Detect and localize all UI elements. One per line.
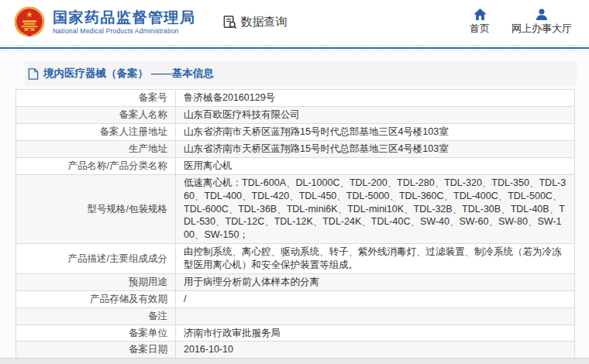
row-label: 备注	[16, 307, 176, 325]
row-value: 用于病理分析前人体样本的分离	[176, 273, 575, 290]
row-label: 预期用途	[16, 273, 176, 290]
breadcrumb-label: 境内医疗器械（备案） ——基本信息	[43, 67, 214, 81]
nmpa-logo[interactable]: 国家药品监督管理局 National Medical Products Admi…	[12, 5, 196, 39]
table-row: 备案日期 2016-10-10	[16, 342, 575, 358]
table-row: 备案号 鲁济械备20160129号	[16, 90, 575, 107]
row-value: 山东百欧医疗科技有限公司	[176, 107, 575, 124]
row-value: 济南市行政审批服务局	[176, 325, 575, 342]
nav-online-hall-label: 网上办事大厅	[512, 22, 572, 36]
table-row: 备案人注册地址 山东省济南市天桥区蓝翔路15号时代总部基地三区4号楼103室	[16, 124, 575, 141]
nav-online-hall[interactable]: 网上办事大厅	[512, 9, 572, 36]
record-info-table: 备案号 鲁济械备20160129号 备案人名称 山东百欧医疗科技有限公司 备案人…	[16, 89, 575, 358]
table-row: 型号规格/包装规格 低速离心机：TDL-600A、DL-1000C、TDL-20…	[16, 174, 575, 243]
table-row: 备注	[16, 307, 575, 325]
site-title-cn: 国家药品监督管理局	[53, 9, 196, 26]
site-title-en: National Medical Products Administration	[53, 27, 196, 35]
row-label: 生产地址	[16, 141, 176, 158]
user-icon	[536, 9, 548, 20]
table-row: 产品描述/主要组成成分 由控制系统、离心腔、驱动系统、转子、紫外线消毒灯、过滤装…	[16, 244, 575, 274]
nav-home-label: 首页	[470, 22, 490, 36]
breadcrumb: 境内医疗器械（备案） ——基本信息	[25, 61, 577, 86]
row-value: 山东省济南市天桥区蓝翔路15号时代总部基地三区4号楼103室	[176, 124, 575, 141]
row-label: 备案号	[16, 90, 176, 107]
national-emblem-icon	[12, 5, 46, 39]
row-value	[176, 307, 575, 325]
table-row: 产品名称/产品分类名称 医用离心机	[16, 157, 575, 174]
row-label: 备案日期	[16, 342, 176, 358]
header-nav: 首页 网上办事大厅	[470, 9, 578, 36]
table-row: 产品存储及有效期 /	[16, 290, 575, 307]
row-value: 医用离心机	[176, 157, 575, 174]
site-title: 国家药品监督管理局 National Medical Products Admi…	[53, 9, 196, 36]
table-row: 生产地址 山东省济南市天桥区蓝翔路15号时代总部基地三区4号楼103室	[16, 141, 575, 158]
row-value: 由控制系统、离心腔、驱动系统、转子、紫外线消毒灯、过滤装置、制冷系统（若为冷冻型…	[176, 244, 575, 274]
main-content: 境内医疗器械（备案） ——基本信息 备案号 鲁济械备20160129号 备案人名…	[0, 53, 589, 358]
nav-home[interactable]: 首页	[470, 9, 490, 36]
row-value: 鲁济械备20160129号	[176, 90, 575, 107]
row-label: 产品存储及有效期	[16, 290, 176, 307]
row-value: 山东省济南市天桥区蓝翔路15号时代总部基地三区4号楼103室	[176, 141, 575, 158]
home-icon	[474, 9, 487, 20]
header: 国家药品监督管理局 National Medical Products Admi…	[0, 0, 589, 44]
row-label: 产品描述/主要组成成分	[16, 244, 176, 274]
row-label: 备案人名称	[16, 107, 176, 124]
table-row: 预期用途 用于病理分析前人体样本的分离	[16, 273, 575, 290]
document-icon	[28, 68, 39, 80]
data-query-label: 数据查询	[241, 15, 288, 29]
data-query-tab[interactable]: 数据查询	[222, 15, 288, 29]
row-label: 备案单位	[16, 325, 176, 342]
row-value: 2016-10-10	[176, 342, 575, 358]
row-label: 型号规格/包装规格	[16, 174, 176, 243]
row-value: 低速离心机：TDL-600A、DL-1000C、TDL-200、TDL-280、…	[176, 174, 575, 243]
table-row: 备案人名称 山东百欧医疗科技有限公司	[16, 107, 575, 124]
table-row: 备案单位 济南市行政审批服务局	[16, 325, 575, 342]
row-value: /	[176, 290, 575, 307]
footer-strip	[0, 358, 589, 364]
row-label: 产品名称/产品分类名称	[16, 157, 176, 174]
page: 国家药品监督管理局 National Medical Products Admi…	[0, 0, 589, 364]
row-label: 备案人注册地址	[16, 124, 176, 141]
document-search-icon	[222, 15, 237, 29]
